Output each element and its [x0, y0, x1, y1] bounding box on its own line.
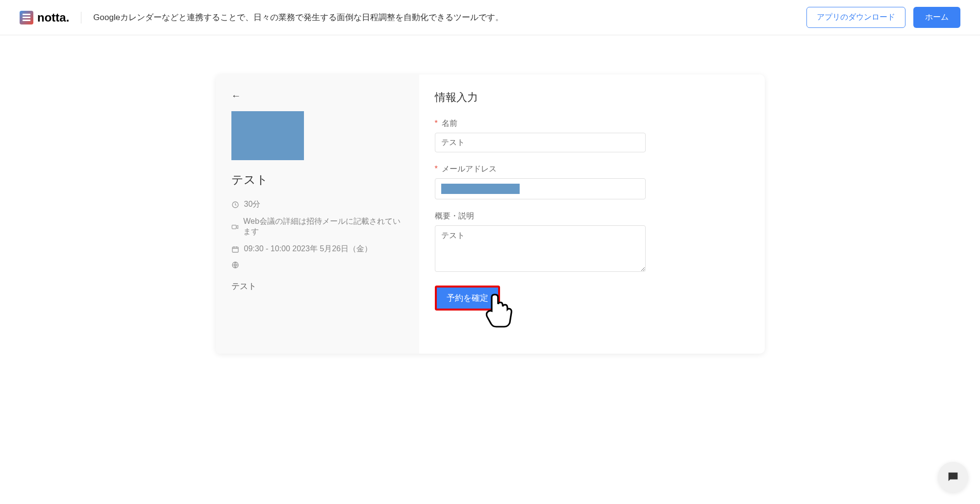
- name-label: * 名前: [435, 119, 749, 129]
- datetime-row: 09:30 - 10:00 2023年 5月26日（金）: [231, 244, 403, 254]
- confirm-booking-button[interactable]: 予約を確定: [435, 286, 500, 311]
- booking-card: ← テスト 30分 Web会議の詳細は招待メールに記載されています 09:30 …: [216, 74, 765, 354]
- globe-icon: [231, 261, 239, 269]
- download-app-button[interactable]: アプリのダウンロード: [806, 7, 905, 28]
- summary-textarea[interactable]: [435, 225, 646, 272]
- required-mark: *: [435, 165, 438, 173]
- back-arrow-icon[interactable]: ←: [231, 90, 241, 101]
- required-mark: *: [435, 119, 438, 127]
- duration-text: 30分: [244, 199, 261, 210]
- meeting-info-row: Web会議の詳細は招待メールに記載されています: [231, 216, 403, 237]
- summary-group: 概要・説明: [435, 211, 749, 274]
- datetime-text: 09:30 - 10:00 2023年 5月26日（金）: [244, 244, 372, 254]
- video-icon: [231, 223, 239, 231]
- globe-row: [231, 261, 403, 269]
- header: notta. Googleカレンダーなどと連携することで、日々の業務で発生する面…: [0, 0, 980, 35]
- svg-rect-2: [232, 247, 238, 252]
- email-input[interactable]: [435, 178, 646, 199]
- email-group: * メールアドレス: [435, 164, 749, 199]
- summary-label: 概要・説明: [435, 211, 749, 221]
- clock-icon: [231, 201, 239, 209]
- email-redacted-block: [441, 184, 520, 194]
- meeting-info-text: Web会議の詳細は招待メールに記載されています: [243, 216, 403, 237]
- header-right: アプリのダウンロード ホーム: [806, 7, 960, 28]
- main-content: ← テスト 30分 Web会議の詳細は招待メールに記載されています 09:30 …: [0, 35, 980, 354]
- email-label-text: メールアドレス: [442, 165, 497, 173]
- event-title: テスト: [231, 172, 403, 188]
- svg-rect-1: [232, 225, 236, 228]
- header-left: notta. Googleカレンダーなどと連携することで、日々の業務で発生する面…: [20, 11, 503, 24]
- header-divider: [81, 12, 81, 24]
- booking-form-panel: 情報入力 * 名前 * メールアドレス 概要・説明: [419, 74, 765, 354]
- event-avatar: [231, 111, 304, 160]
- name-label-text: 名前: [442, 119, 457, 127]
- name-group: * 名前: [435, 119, 749, 152]
- chat-icon: [946, 470, 960, 484]
- home-button[interactable]: ホーム: [913, 7, 960, 28]
- brand-text: notta.: [37, 11, 69, 24]
- email-label: * メールアドレス: [435, 164, 749, 174]
- form-title: 情報入力: [435, 90, 749, 105]
- duration-row: 30分: [231, 199, 403, 210]
- booking-summary-panel: ← テスト 30分 Web会議の詳細は招待メールに記載されています 09:30 …: [216, 74, 419, 354]
- logo-icon: [20, 11, 33, 24]
- submit-wrapper: 予約を確定: [435, 286, 500, 311]
- header-tagline: Googleカレンダーなどと連携することで、日々の業務で発生する面倒な日程調整を…: [93, 12, 503, 23]
- brand-logo[interactable]: notta.: [20, 11, 69, 24]
- chat-widget-button[interactable]: [938, 462, 968, 492]
- event-description: テスト: [231, 281, 403, 292]
- name-input[interactable]: [435, 133, 646, 152]
- calendar-icon: [231, 245, 239, 253]
